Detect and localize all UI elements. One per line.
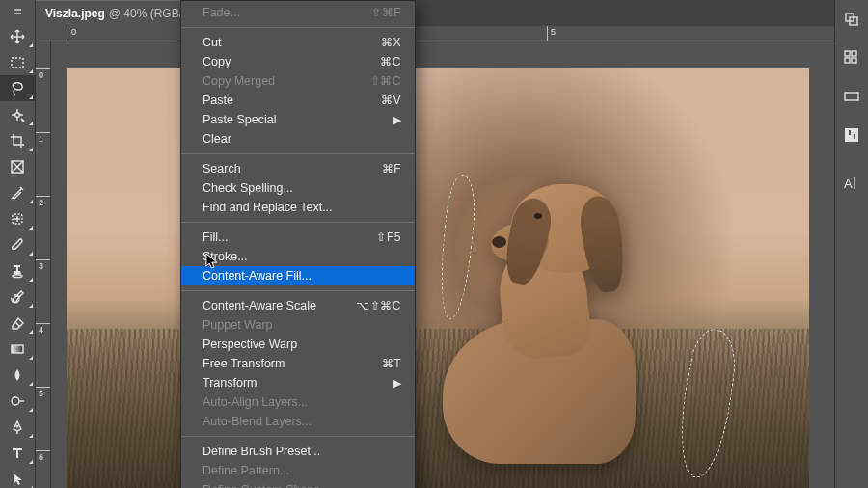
svg-rect-14 [12, 345, 23, 353]
menu-item-transform[interactable]: Transform▶ [181, 373, 415, 393]
menu-item-auto-align: Auto-Align Layers... [181, 393, 415, 412]
menu-item-label: Perspective Warp [203, 338, 297, 351]
rect-marquee-tool[interactable] [0, 49, 35, 75]
eraser-tool[interactable] [0, 310, 35, 336]
menu-item-find-replace[interactable]: Find and Replace Text... [181, 198, 415, 217]
submenu-arrow-icon: ▶ [393, 377, 401, 390]
menu-item-cut[interactable]: Cut⌘X [181, 33, 415, 52]
menu-item-paste-special[interactable]: Paste Special▶ [181, 110, 415, 129]
document-tab-meta: @ 40% (RGB/ [109, 7, 182, 20]
menu-item-fade: Fade...⇧⌘F [181, 3, 415, 22]
svg-rect-22 [845, 51, 850, 56]
menu-item-shortcut: ⇧⌘C [370, 74, 401, 88]
frame-tool[interactable] [0, 153, 35, 179]
menu-item-label: Define Brush Preset... [203, 445, 320, 458]
document-tab-filename: Viszla.jpeg [45, 7, 105, 20]
menu-item-shortcut: ⇧⌘F [371, 6, 401, 19]
menu-item-label: Paste [203, 94, 233, 107]
vertical-ruler: 0 1 2 3 4 5 6 [36, 41, 51, 488]
character-panel-icon[interactable]: A [835, 164, 868, 203]
menu-divider [181, 222, 415, 223]
menu-item-shortcut: ⌘C [380, 55, 401, 68]
clone-stamp-tool[interactable] [0, 258, 35, 284]
blur-tool[interactable] [0, 362, 35, 388]
move-tool[interactable] [0, 23, 35, 49]
swatches-panel-icon[interactable] [835, 39, 868, 77]
menu-item-content-aware-scale[interactable]: Content-Aware Scale⌥⇧⌘C [181, 296, 415, 315]
menu-item-label: Free Transform [203, 357, 285, 370]
svg-point-15 [12, 397, 19, 405]
menu-item-fill[interactable]: Fill...⇧F5 [181, 228, 415, 247]
menu-item-label: Check Spelling... [203, 181, 293, 195]
svg-rect-29 [854, 134, 855, 139]
type-tool[interactable] [0, 440, 35, 466]
menu-item-label: Auto-Align Layers... [203, 395, 308, 409]
menu-item-label: Cut [203, 36, 221, 49]
pen-tool[interactable] [0, 414, 35, 440]
document-canvas[interactable] [67, 68, 809, 488]
menu-item-check-spelling[interactable]: Check Spelling... [181, 178, 415, 198]
menu-divider [181, 153, 415, 154]
lasso-tool[interactable] [0, 75, 35, 101]
document-tab-bar: Viszla.jpeg @ 40% (RGB/ × [36, 0, 868, 26]
menu-item-label: Content-Aware Scale [203, 299, 316, 312]
svg-point-3 [15, 112, 20, 117]
menu-item-define-pattern: Define Pattern... [181, 461, 415, 480]
menu-item-label: Content-Aware Fill... [203, 269, 312, 283]
svg-rect-25 [852, 58, 856, 63]
menu-item-label: Fade... [203, 6, 240, 19]
menu-divider [181, 436, 415, 437]
menu-item-label: Define Pattern... [203, 464, 289, 477]
edit-menu-dropdown: Fade...⇧⌘FCut⌘XCopy⌘CCopy Merged⇧⌘CPaste… [180, 0, 416, 488]
tools-panel [0, 0, 36, 488]
dodge-tool[interactable] [0, 388, 35, 414]
menu-item-label: Puppet Warp [203, 318, 273, 332]
history-brush-tool[interactable] [0, 284, 35, 310]
menu-item-label: Fill... [203, 230, 228, 244]
menu-item-label: Define Custom Shape... [203, 483, 331, 488]
crop-tool[interactable] [0, 127, 35, 153]
menu-item-auto-blend: Auto-Blend Layers... [181, 412, 415, 431]
gradient-tool[interactable] [0, 336, 35, 362]
right-panel-strip: A [834, 0, 868, 488]
svg-rect-23 [852, 51, 856, 56]
menu-item-define-brush[interactable]: Define Brush Preset... [181, 442, 415, 461]
menu-divider [181, 27, 415, 28]
svg-rect-2 [12, 58, 23, 68]
canvas-area: 0 1 2 3 4 5 6 [36, 41, 834, 488]
tools-panel-grip[interactable] [0, 0, 35, 23]
color-panel-icon[interactable] [835, 0, 868, 39]
menu-item-shortcut: ⌘X [381, 36, 401, 49]
menu-item-shortcut: ⌘F [382, 162, 401, 176]
menu-item-copy-merged: Copy Merged⇧⌘C [181, 71, 415, 91]
menu-item-shortcut: ⇧F5 [376, 230, 401, 244]
submenu-arrow-icon: ▶ [393, 114, 401, 126]
menu-item-label: Copy [203, 55, 231, 68]
svg-rect-26 [845, 93, 858, 100]
menu-item-search[interactable]: Search⌘F [181, 159, 415, 178]
eyedropper-tool[interactable] [0, 179, 35, 205]
healing-brush-tool[interactable] [0, 205, 35, 231]
mouse-cursor-icon [205, 253, 219, 270]
menu-item-perspective-warp[interactable]: Perspective Warp [181, 335, 415, 354]
svg-rect-11 [14, 265, 20, 267]
menu-item-label: Copy Merged [203, 74, 275, 88]
brush-tool[interactable] [0, 231, 35, 258]
menu-item-puppet-warp: Puppet Warp [181, 315, 415, 335]
menu-item-clear[interactable]: Clear [181, 129, 415, 149]
quick-select-tool[interactable] [0, 101, 35, 127]
svg-rect-27 [845, 128, 858, 142]
menu-item-free-transform[interactable]: Free Transform⌘T [181, 354, 415, 373]
menu-item-copy[interactable]: Copy⌘C [181, 52, 415, 71]
menu-item-label: Clear [203, 132, 231, 146]
svg-rect-28 [849, 130, 851, 135]
menu-item-shortcut: ⌥⇧⌘C [356, 299, 401, 312]
gradients-panel-icon[interactable] [835, 77, 868, 116]
svg-point-17 [16, 425, 18, 427]
svg-rect-24 [845, 58, 850, 63]
menu-item-define-shape: Define Custom Shape... [181, 480, 415, 488]
menu-item-label: Transform [203, 376, 258, 390]
patterns-panel-icon[interactable] [835, 116, 868, 154]
path-select-tool[interactable] [0, 466, 35, 488]
menu-item-paste[interactable]: Paste⌘V [181, 91, 415, 110]
